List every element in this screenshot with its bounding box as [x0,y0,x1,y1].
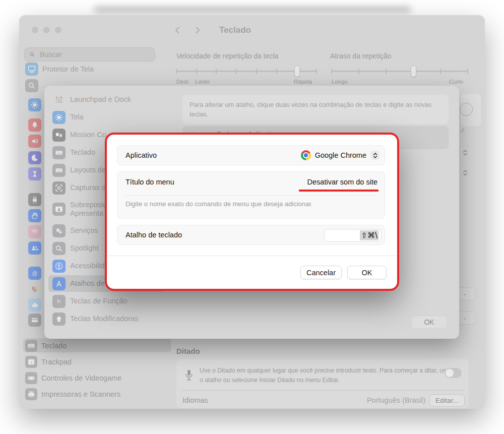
keyboard-icon [25,340,37,352]
forward-icon[interactable] [193,26,202,35]
edit-languages-button[interactable]: Editar... [429,394,465,407]
slider-handle[interactable] [411,66,416,77]
hidden-glyph-fragment: ⁄- [462,127,465,134]
category-item-label: Layouts de [70,166,106,174]
slider-tick [276,69,277,74]
minimize-button[interactable] [43,27,50,33]
moon-icon [28,151,41,164]
trackpad-icon [25,356,37,368]
category-item-launchpad-dock[interactable]: Launchpad e Dock [48,91,165,108]
application-row: Aplicativo Google Chrome [117,145,385,165]
repeat-delay-slider[interactable] [332,65,468,78]
stepper-fragment-icon [462,149,469,156]
svg-text:@: @ [32,270,38,276]
colors-icon [28,283,41,296]
shortcut-value: ⇧⌘\ [360,230,379,240]
category-item-label: Teclado [70,148,95,157]
sidebar-item-teclado[interactable]: Teclado [25,339,67,352]
sidebar-item-senhas[interactable] [28,193,41,206]
sidebar-item-touch-id[interactable] [28,225,41,238]
sidebar-item-trackpad[interactable]: Trackpad [25,355,72,368]
menu-title-value[interactable]: Desativar som do site [307,178,377,186]
sidebar-item-label: Trackpad [41,358,72,366]
fn-icon: fn [52,295,66,308]
sidebar-item-privacidade[interactable] [28,209,41,222]
application-label: Aplicativo [125,151,157,159]
category-item-label: Spotlight [70,244,98,253]
sidebar-item-tempo-de-uso[interactable] [28,167,41,180]
mission-icon [52,129,66,142]
add-shortcut-dialog: Aplicativo Google Chrome Título do menu … [105,133,399,291]
divider [124,195,377,196]
updown-chevrons-icon [370,151,380,160]
sidebar-item-label: Impressoras e Scanners [41,390,120,398]
slider-cap: Desl. [176,79,190,85]
divider [181,390,464,391]
slider-tick [331,69,332,74]
application-select[interactable]: Google Chrome [301,146,380,165]
dictation-toggle[interactable] [445,368,462,378]
shortcut-input[interactable]: ⇧⌘\ [324,229,382,242]
slider-track[interactable] [332,71,468,72]
close-button[interactable] [32,27,38,33]
fingerprint-icon [28,225,41,238]
toggle-knob [446,369,454,377]
zoom-button[interactable] [55,27,61,33]
page-title: Teclado [219,25,251,35]
key-repeat-rate-slider[interactable] [176,65,317,78]
back-icon[interactable] [173,26,182,35]
sidebar-search[interactable] [24,47,155,61]
sidebar-item-controles-de-videogame[interactable]: Controles de Videogame [25,371,121,385]
shift-icon [52,313,66,326]
sidebar-item-usuarios-grupos[interactable] [28,241,41,255]
application-value: Google Chrome [315,151,366,159]
magnifier-icon [25,79,38,92]
shortcuts-ok-button[interactable]: OK [411,316,448,329]
category-item-label: Mission Co [70,131,106,139]
screensaver-icon [25,63,38,76]
access-icon [52,260,66,273]
slider-handle[interactable] [294,66,300,77]
sun-icon [28,98,41,111]
slider-label-repeat-delay: Atraso da repetição [330,52,391,60]
sidebar-item-icloud[interactable] [28,298,41,312]
camera-icon [52,181,66,195]
gears-icon [52,224,66,237]
sidebar-item-contas-internet[interactable]: @ [28,267,41,280]
at-icon: @ [28,267,41,280]
category-item-teclas-modificadoras[interactable]: Teclas Modificadoras [48,311,165,327]
sidebar-item-busca-sidebar[interactable] [25,79,42,92]
sidebar-item-notificacoes[interactable] [28,118,41,132]
screenshot-root: Protetor de Tela [0,0,504,434]
lock-icon [28,193,41,206]
slider-tick [196,69,197,74]
category-item-label: Tela [70,113,84,121]
sidebar-item-label: Protetor de Tela [42,65,94,73]
slider-cap: Curto [449,79,463,85]
slider-tick [176,69,177,74]
sidebar-item-impressoras-e-scanners[interactable]: Impressoras e Scanners [25,388,120,401]
sidebar-item-protetor-de-tela[interactable]: Protetor de Tela [25,63,94,76]
magnifier-icon [52,242,66,255]
menu-title-row: Título do menu Desativar som do site Dig… [117,171,385,219]
svg-text:fn: fn [57,299,61,304]
search-icon [29,51,36,58]
sidebar-item-tela[interactable] [28,98,41,111]
sidebar-item-label: Teclado [41,342,67,350]
sidebar-item-som[interactable] [28,135,41,148]
search-input[interactable] [39,50,140,59]
sidebar-item-game-center[interactable] [28,283,41,296]
cancel-button[interactable]: Cancelar [300,266,342,279]
slider-tick [440,69,441,74]
ok-button[interactable]: OK [347,266,387,279]
sidebar-item-carteira[interactable] [28,314,41,327]
category-item-teclas-de-funcao[interactable]: fn Teclas de Função [48,293,165,309]
category-item-tela[interactable]: Tela [48,109,165,126]
divider [107,256,397,256]
category-item-label: Launchpad e Dock [70,95,131,104]
wallet-icon [28,314,41,327]
category-item-label: Teclas Modificadoras [70,315,138,323]
shortcuts-a-icon [52,277,66,290]
category-item-label: Capturas d [70,183,106,192]
sidebar-item-foco[interactable] [28,151,41,164]
